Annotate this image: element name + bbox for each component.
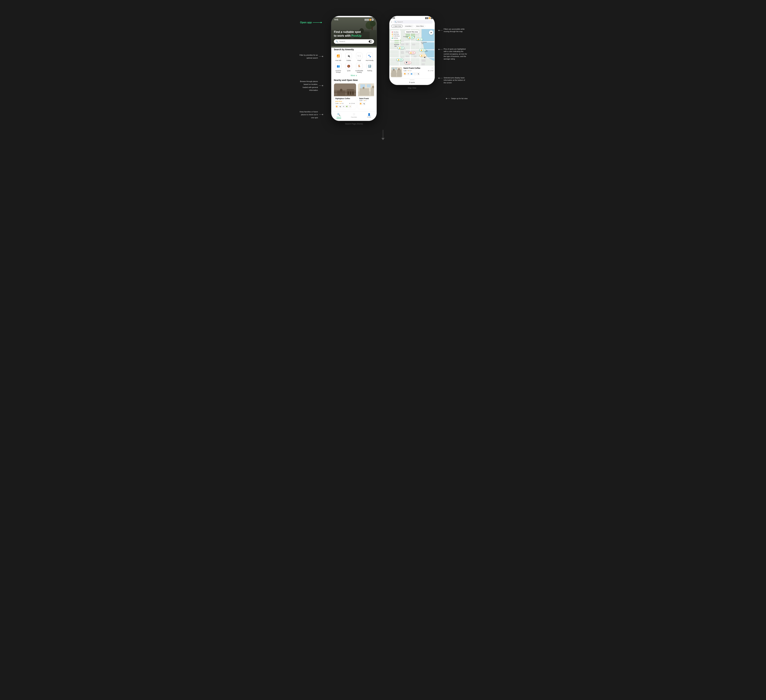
place-card-saintfrank[interactable]: Saint Frank Cafe • ★ 4. [358, 83, 374, 109]
chip-run: 🏃 [349, 105, 351, 108]
sel-chip-outlet: 🔌 [417, 72, 420, 75]
seating-icon-box: 🪑 [356, 63, 362, 69]
amenity-food[interactable]: 🍽️ Food [355, 53, 364, 61]
selected-place-name: Saint Frank Coffee [404, 67, 420, 69]
filter-more[interactable]: More Filters [415, 25, 425, 28]
sightglass-name: Sightglass Coffee [335, 98, 350, 100]
pins-label: Pins of spots are highlighted with a col… [444, 48, 468, 60]
search-area-button[interactable]: Search This Area [405, 30, 419, 33]
open-now-label: Open Now [394, 25, 401, 27]
profile-tab-label: Profile [367, 116, 371, 118]
pin-4-2-b[interactable]: 👍 4.2 [420, 54, 426, 57]
sightglass-info: Sightglass Coffee Quite Busy Cafe • ★ 4.… [334, 96, 356, 109]
right-page-label: Map View [408, 87, 416, 89]
selected-card-image [391, 67, 402, 77]
map-search-bar[interactable]: 🔍 Search [393, 20, 433, 24]
pin-4-6[interactable]: 👍 4.6 [409, 51, 415, 54]
saintfrank-name: Saint Frank [359, 98, 369, 100]
pin-rating-3: 4.7 [401, 47, 403, 49]
legend-not-busy: Not Busy [392, 37, 400, 39]
tab-profile[interactable]: 👤 Profile [361, 113, 377, 119]
sel-chip-smile: ☺ [413, 72, 416, 75]
amenity-outlets[interactable]: 🔌 Outlets [344, 53, 353, 61]
svg-rect-23 [367, 84, 371, 87]
chip-wifi: 📶 [335, 105, 338, 108]
back-button[interactable]: ‹ [391, 21, 392, 23]
favorites-tab-icon: ♡ [353, 113, 355, 116]
left-status-bar [331, 16, 377, 17]
sightglass-heart[interactable]: ♡ [353, 84, 355, 87]
amenity-quiet[interactable]: 🔕 Quiet [344, 63, 353, 73]
quite-busy-dot [392, 34, 393, 35]
amenity-seating[interactable]: 🪑 Comfortable Seating [355, 63, 364, 73]
quite-busy-label: Quite Busy [393, 33, 399, 35]
filters-row: Filters are accessible while moving thro… [438, 28, 468, 33]
pin-4-7[interactable]: 👍 4.7 [398, 47, 404, 49]
amenity-pet-friendly[interactable]: 🐾 Pet-Friendly [365, 53, 374, 61]
arrow-line [313, 22, 321, 23]
swipe-annotation: Swipe up for list view [446, 97, 468, 100]
tab-search[interactable]: 🔍 Search [331, 113, 347, 119]
svg-rect-16 [350, 92, 351, 95]
pin-like-icon-3: 👍 [399, 47, 400, 49]
amenity-groups[interactable]: 👥 Good for Groups [334, 63, 343, 73]
tab-favorites[interactable]: ♡ Favorites [347, 113, 362, 119]
svg-rect-21 [371, 87, 374, 95]
outlets-icon-box: 🔌 [345, 53, 352, 59]
left-phone-col: 9:41 ▐▐▐▐ 📶 ■ Find a suitable spot to wo… [331, 16, 377, 125]
groups-label: Good for Groups [334, 70, 343, 73]
spots-count: 8 spots [409, 81, 415, 83]
saintfrank-type: Cafe • ★ 4. [359, 100, 367, 101]
right-phone-mockup: 9:41 ▐▐▐ 📶 ■ ‹ 🔍 Se [389, 16, 435, 85]
chip-leaf: 🌿 [345, 105, 348, 108]
svg-rect-20 [359, 88, 369, 95]
very-busy-dot [392, 32, 393, 33]
pin-3-7[interactable]: 👍 3.7 [416, 38, 423, 41]
browse-annotation: Browse through places based on location,… [298, 80, 323, 92]
amenity-wifi[interactable]: 📶 Free Wifi [334, 53, 343, 61]
filter-label: Filter by priorities for an optimal sear… [299, 54, 318, 59]
nearby-title: Nearby and Open Now [334, 79, 374, 81]
selected-heart-icon[interactable]: ♡ [431, 67, 434, 70]
hero-title-line2: to work with [334, 34, 351, 37]
browse-dot [322, 85, 323, 86]
down-arrow-head [381, 138, 385, 141]
sf-chip-outlet: 🔌 [362, 102, 366, 105]
selected-place-card[interactable]: Saint Frank Coffee ♡ Cafe • ★ 4.7 ➤ [389, 66, 435, 79]
right-status-icons: ▐▐▐ 📶 ■ [425, 17, 433, 19]
search-bar[interactable]: 🔍 Search [334, 39, 374, 44]
filter-amenities[interactable]: Amenities ▾ [404, 25, 414, 28]
open-app-arrow [313, 22, 322, 23]
filter-open-now[interactable]: ✕ Open Now [391, 25, 403, 28]
pin-rating-1: 4.8 [411, 37, 413, 38]
more-button[interactable]: More ∨ [334, 74, 374, 77]
place-card-sightglass[interactable]: ♡ Sightglass Coffee Quite Busy [334, 83, 356, 109]
hero-section: 9:41 ▐▐▐▐ 📶 ■ Find a suitable spot to wo… [331, 17, 377, 46]
selected-type-rating: Cafe • ★ 4.7 [404, 70, 411, 71]
pin-3-2[interactable]: 🖥️ 3.2 [405, 62, 411, 64]
pin-4-8[interactable]: 👍 4.8 [408, 36, 414, 39]
search-toggle[interactable] [369, 40, 372, 43]
profile-tab-icon: 👤 [367, 113, 371, 116]
pin-4-2[interactable]: 👍 4.2 [419, 49, 426, 51]
pin-4-9[interactable]: 👍 4.9 [397, 59, 403, 61]
amenity-parking[interactable]: 🅿️ Parking [365, 63, 374, 73]
location-button[interactable]: ➤ [429, 30, 434, 35]
selected-card-inner: Saint Frank Coffee ♡ Cafe • ★ 4.7 ➤ [391, 67, 434, 77]
quiet-icon-box: 🔕 [345, 63, 352, 69]
pin-rating-7: 4.9 [400, 59, 402, 60]
selected-name-row: Saint Frank Coffee ♡ [404, 67, 434, 70]
svg-rect-58 [406, 55, 409, 57]
svg-text:Bay St: Bay St [401, 41, 404, 42]
left-time: 9:41 [334, 19, 338, 21]
left-page-label: Search Page (Home) [345, 123, 363, 125]
filters-dot [438, 30, 440, 31]
pin-rating-2: 3.7 [419, 38, 422, 40]
search-placeholder: Search [339, 40, 368, 43]
quiet-label: Quiet [347, 70, 350, 71]
left-annotations: Open app Filter by priorities for an opt… [298, 16, 323, 125]
wifi-icon: 📶 [369, 19, 371, 21]
filters-connector [438, 30, 443, 31]
filter-connector [319, 56, 323, 57]
right-annotations: Filters are accessible while moving thro… [437, 16, 468, 125]
